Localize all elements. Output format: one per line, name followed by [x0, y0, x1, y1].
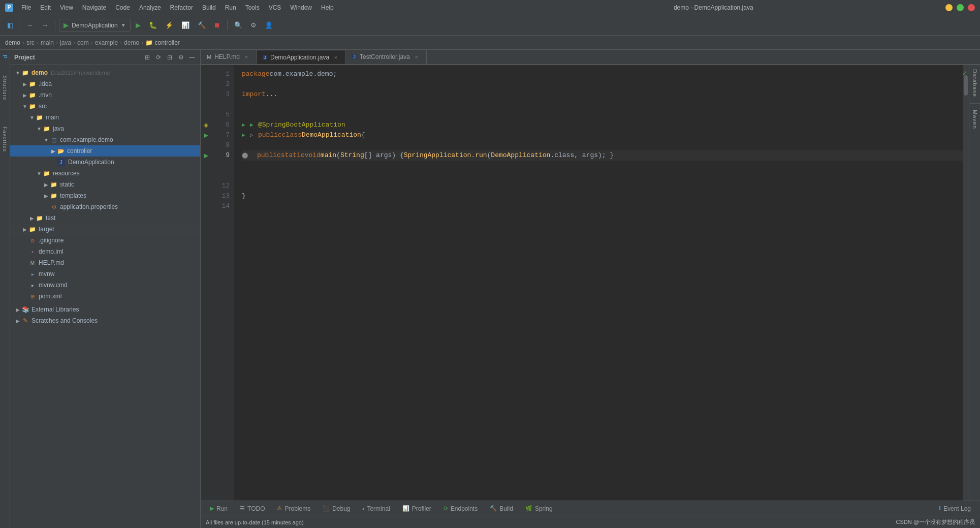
run-config-selector[interactable]: ▶ DemoApplication ▼ — [59, 19, 131, 32]
favorites-panel-toggle[interactable]: Favorites — [1, 123, 9, 155]
bottom-tab-terminal[interactable]: ▪ Terminal — [358, 502, 395, 515]
coverage-btn[interactable]: ⚡ — [162, 18, 176, 33]
debug-btn[interactable]: 🐛 — [146, 18, 160, 33]
menu-vcs[interactable]: VCS — [265, 3, 286, 12]
tree-item-target[interactable]: ▶ 📁 target — [10, 224, 200, 235]
hide-panel-btn[interactable]: — — [188, 53, 196, 61]
code-editor[interactable]: package com.example.demo; import ... ▶ ▶… — [234, 65, 963, 501]
tree-item-mvnwcmd[interactable]: ▸ mvnw.cmd — [10, 279, 200, 291]
tree-item-test[interactable]: ▶ 📁 test — [10, 212, 200, 224]
bottom-tab-problems[interactable]: ⚠ Problems — [272, 502, 315, 515]
menu-window[interactable]: Window — [286, 3, 316, 12]
maximize-button[interactable]: □ — [957, 4, 964, 11]
bottom-tab-debug[interactable]: ⬛ Debug — [318, 502, 355, 515]
menu-tools[interactable]: Tools — [241, 3, 264, 12]
menu-edit[interactable]: Edit — [36, 3, 55, 12]
menu-navigate[interactable]: Navigate — [78, 3, 110, 12]
tree-item-src[interactable]: ▼ 📁 src — [10, 101, 200, 112]
tree-item-ext-libs[interactable]: ▶ 📚 External Libraries — [10, 304, 200, 315]
editor-tabs: M HELP.md × J DemoApplication.java × J T… — [201, 50, 980, 65]
tab-demoapplication-close[interactable]: × — [332, 54, 339, 61]
tab-testcontroller[interactable]: J TestController.java × — [346, 50, 427, 64]
bottom-tab-spring[interactable]: 🌿 Spring — [520, 502, 558, 515]
minimize-button[interactable]: _ — [945, 4, 953, 11]
bottom-tab-todo-label: TODO — [247, 505, 265, 512]
bottom-tab-run[interactable]: ▶ Run — [205, 502, 233, 515]
tree-item-iml[interactable]: ▪ demo.iml — [10, 246, 200, 257]
breadcrumb-controller[interactable]: 📁 controller — [145, 39, 180, 46]
maven-panel-toggle[interactable]: Maven — [971, 106, 979, 133]
run-btn[interactable]: ▶ — [133, 18, 144, 33]
tab-helpmd[interactable]: M HELP.md × — [201, 50, 257, 64]
bottom-tab-debug-label: Debug — [332, 505, 350, 512]
gear-icon[interactable]: ⚙ — [177, 53, 185, 61]
profile-btn[interactable]: 📊 — [178, 18, 193, 33]
tree-item-scratches[interactable]: ▶ ✎ Scratches and Consoles — [10, 315, 200, 326]
breadcrumb-demo[interactable]: demo — [5, 39, 20, 46]
editor-scrollbar[interactable]: ✓ — [963, 65, 969, 501]
breadcrumb-main[interactable]: main — [41, 39, 54, 46]
separator — [20, 20, 20, 30]
bottom-tab-build[interactable]: 🔨 Build — [485, 502, 518, 515]
todo-icon: ☰ — [240, 505, 245, 512]
tab-helpmd-close[interactable]: × — [243, 53, 250, 60]
tree-item-idea[interactable]: ▶ 📁 .idea — [10, 78, 200, 89]
tree-item-controller[interactable]: ▶ 📂 controller — [10, 145, 200, 157]
tree-item-helpmd[interactable]: M HELP.md — [10, 257, 200, 268]
tree-item-resources[interactable]: ▼ 📁 resources — [10, 168, 200, 179]
tree-item-templates[interactable]: ▶ 📁 templates — [10, 190, 200, 201]
tree-item-static[interactable]: ▶ 📁 static — [10, 179, 200, 190]
tree-item-gitignore[interactable]: ⊙ .gitignore — [10, 235, 200, 246]
scrollbar-thumb[interactable] — [964, 75, 968, 96]
back-btn[interactable]: ← — [24, 18, 37, 33]
search-everywhere-btn[interactable]: 🔍 — [231, 18, 245, 33]
sync-btn[interactable]: ⟳ — [154, 53, 163, 61]
tree-item-mvnw[interactable]: ▸ mvnw — [10, 268, 200, 279]
tree-item-demoapplication[interactable]: J DemoApplication — [10, 157, 200, 168]
tree-item-mvn[interactable]: ▶ 📁 .mvn — [10, 89, 200, 101]
breadcrumb-com[interactable]: com — [77, 39, 89, 46]
tree-item-package[interactable]: ▼ ◫ com.example.demo — [10, 134, 200, 145]
folder-blue-icon: 📂 — [57, 147, 65, 155]
tree-item-demo[interactable]: ▼ 📁 demo D:\a2021\Pro\vue\demo — [10, 67, 200, 78]
menu-view[interactable]: View — [56, 3, 77, 12]
build-btn[interactable]: 🔨 — [195, 18, 209, 33]
user-btn[interactable]: 👤 — [262, 18, 276, 33]
tree-item-pomxml[interactable]: ⊞ pom.xml — [10, 291, 200, 302]
debug-icon: ⬛ — [323, 505, 330, 512]
stop-btn[interactable]: ⏹ — [211, 18, 224, 33]
breadcrumb-example[interactable]: example — [95, 39, 118, 46]
menu-run[interactable]: Run — [221, 3, 240, 12]
forward-btn[interactable]: → — [39, 18, 51, 33]
breadcrumb-demo2[interactable]: demo — [124, 39, 139, 46]
bottom-tab-endpoints[interactable]: ⟳ Endpoints — [438, 502, 483, 515]
layout-btn[interactable]: ⊞ — [143, 53, 151, 61]
menu-refactor[interactable]: Refactor — [166, 3, 197, 12]
bottom-tab-profiler[interactable]: 📊 Profiler — [397, 502, 436, 515]
collapse-all-btn[interactable]: ⊟ — [166, 53, 174, 61]
menu-file[interactable]: File — [17, 3, 35, 12]
tab-testcontroller-close[interactable]: × — [413, 53, 420, 60]
app-icon: P — [5, 4, 13, 12]
breadcrumb-src[interactable]: src — [26, 39, 35, 46]
project-panel-toggle[interactable]: P — [1, 52, 9, 62]
package-icon: ◫ — [50, 136, 58, 144]
menu-code[interactable]: Code — [111, 3, 134, 12]
structure-panel-toggle[interactable]: Structure — [1, 72, 9, 104]
tree-item-main[interactable]: ▼ 📁 main — [10, 112, 200, 123]
bottom-tab-todo[interactable]: ☰ TODO — [235, 502, 270, 515]
project-view-btn[interactable]: ◧ — [4, 18, 16, 33]
settings-btn[interactable]: ⚙ — [247, 18, 260, 33]
event-log-btn[interactable]: ℹ Event Log — [934, 502, 976, 515]
database-panel-toggle[interactable]: Database — [971, 65, 979, 101]
breadcrumb-java[interactable]: java — [60, 39, 71, 46]
menu-analyze[interactable]: Analyze — [135, 3, 165, 12]
tab-demoapplication[interactable]: J DemoApplication.java × — [257, 50, 346, 64]
tree-item-java[interactable]: ▼ 📁 java — [10, 123, 200, 134]
window-title: demo - DemoApplication.java — [482, 4, 946, 11]
close-button[interactable]: × — [968, 4, 975, 11]
menu-build[interactable]: Build — [198, 3, 220, 12]
menu-help[interactable]: Help — [317, 3, 338, 12]
folder-icon: 📁 — [36, 113, 44, 121]
tree-item-appprops[interactable]: ⚙ application.properties — [10, 201, 200, 212]
